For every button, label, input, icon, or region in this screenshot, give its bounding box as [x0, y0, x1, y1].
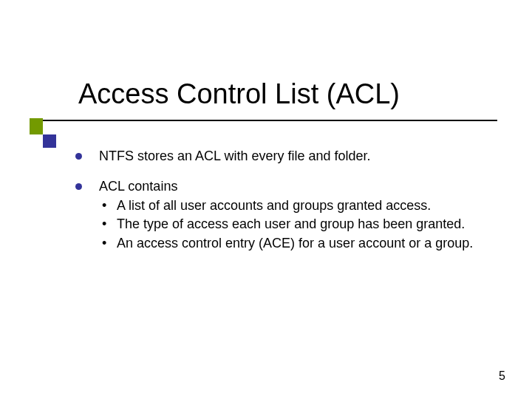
- bullet-dot-icon: •: [102, 235, 106, 252]
- slide-title: Access Control List (ACL): [78, 80, 400, 109]
- bullet-text: NTFS stores an ACL with every file and f…: [99, 149, 371, 163]
- sub-bullet-text: A list of all user accounts and groups g…: [117, 198, 431, 213]
- title-wrap: Access Control List (ACL): [78, 80, 400, 109]
- body-text: NTFS stores an ACL with every file and f…: [75, 145, 489, 265]
- page-number: 5: [499, 369, 505, 383]
- decor-block-blue: [43, 134, 56, 148]
- sub-bullet-text: The type of access each user and group h…: [117, 216, 465, 231]
- bullet-level2: • An access control entry (ACE) for a us…: [99, 235, 489, 252]
- bullet-dot-icon: •: [102, 216, 106, 233]
- bullet-disc-icon: [75, 183, 82, 190]
- sublist: • A list of all user accounts and groups…: [99, 197, 489, 252]
- decor-block-green: [30, 118, 43, 134]
- bullet-disc-icon: [75, 153, 82, 160]
- bullet-level1: NTFS stores an ACL with every file and f…: [75, 148, 489, 165]
- sub-bullet-text: An access control entry (ACE) for a user…: [117, 236, 473, 250]
- bullet-text: ACL contains: [99, 179, 177, 194]
- bullet-level2: • A list of all user accounts and groups…: [99, 197, 489, 214]
- title-underline: [43, 120, 497, 121]
- bullet-level2: • The type of access each user and group…: [99, 216, 489, 233]
- bullet-dot-icon: •: [102, 197, 106, 214]
- bullet-level1: ACL contains • A list of all user accoun…: [75, 178, 489, 252]
- slide: Access Control List (ACL) NTFS stores an…: [0, 0, 532, 399]
